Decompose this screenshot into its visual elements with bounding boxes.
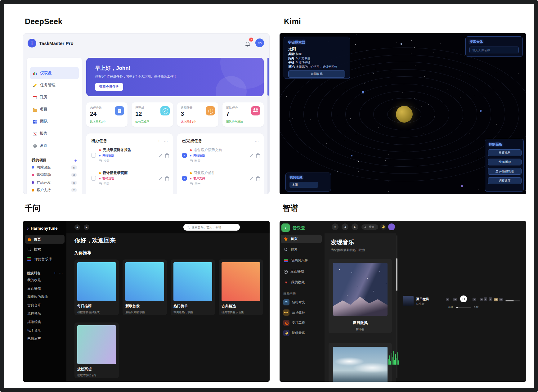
search-icon bbox=[364, 226, 366, 228]
task-checkbox[interactable] bbox=[91, 153, 96, 158]
playlist-item[interactable]: 运动健身 bbox=[281, 309, 322, 317]
add-playlist-button[interactable]: + bbox=[54, 271, 56, 275]
unfavorite-button[interactable]: 取消收藏 bbox=[288, 70, 345, 78]
song-card[interactable] bbox=[329, 343, 392, 382]
adjust-speed-button[interactable]: 调整速度 bbox=[488, 177, 522, 184]
playlist-card[interactable]: 热门榜单 本周最热门歌曲 bbox=[171, 259, 215, 315]
pause-play-button[interactable]: 暂停/播放 bbox=[488, 159, 522, 165]
next-track-button[interactable] bbox=[473, 298, 476, 301]
greeting-title: 早上好，John! bbox=[95, 65, 255, 72]
playlist-card[interactable]: 每日推荐 根据你的喜好生成 bbox=[74, 259, 119, 315]
sidebar-item-library[interactable]: 我的音乐库 bbox=[281, 256, 322, 265]
sidebar-item-search[interactable]: 搜索 bbox=[281, 246, 322, 254]
header-search-button[interactable]: 搜索 bbox=[361, 224, 378, 230]
project-item[interactable]: 客户支持 2 bbox=[27, 187, 82, 194]
trash-icon[interactable] bbox=[165, 155, 168, 158]
theme-toggle-button[interactable] bbox=[380, 224, 386, 230]
project-item[interactable]: 网站改版 5 bbox=[27, 164, 82, 171]
scrollbar-thumb[interactable] bbox=[396, 258, 397, 291]
repeat-button[interactable] bbox=[480, 298, 483, 301]
body-search-input[interactable] bbox=[469, 47, 519, 53]
sidebar-item-reports[interactable]: 报告 bbox=[27, 128, 82, 140]
task-checkbox-checked[interactable] bbox=[182, 176, 187, 181]
lyrics-button[interactable] bbox=[484, 297, 487, 301]
project-item[interactable]: 营销活动 3 bbox=[27, 171, 82, 179]
previous-track-button[interactable] bbox=[453, 298, 457, 301]
task-checkbox[interactable] bbox=[91, 176, 96, 181]
sun-object[interactable] bbox=[396, 106, 413, 123]
sidebar-item-search[interactable]: 搜索 bbox=[25, 245, 65, 254]
trash-icon[interactable] bbox=[165, 178, 168, 181]
more-menu-button[interactable]: ⋯ bbox=[164, 139, 168, 143]
task-checkbox-checked[interactable] bbox=[182, 153, 187, 158]
audio-quality-button[interactable] bbox=[494, 298, 498, 301]
progress-bar[interactable] bbox=[456, 307, 471, 308]
playlist-card[interactable]: 新歌首发 最新发布的歌曲 bbox=[123, 259, 167, 315]
back-button[interactable]: ◀ bbox=[342, 223, 348, 230]
view-today-tasks-button[interactable]: 查看今日任务 bbox=[95, 83, 123, 91]
playlist-item[interactable]: 我的收藏 bbox=[23, 276, 66, 284]
back-button[interactable]: ◀ bbox=[74, 224, 80, 230]
app-title: 音乐云 bbox=[293, 225, 305, 231]
sidebar-item-favorites[interactable]: ♥ 我的收藏 bbox=[281, 278, 322, 286]
playlist-card[interactable]: 古典精选 经典古典音乐合集 bbox=[219, 259, 263, 315]
planet-dot[interactable] bbox=[461, 185, 463, 187]
playlist-item[interactable]: 电子音乐 bbox=[23, 326, 66, 335]
favorite-item[interactable]: 太阳 bbox=[289, 182, 318, 188]
sidebar-item-tasks[interactable]: 任务管理 bbox=[27, 79, 82, 91]
play-pause-button[interactable] bbox=[460, 295, 467, 302]
forward-button[interactable]: ▶ bbox=[352, 223, 358, 230]
volume-slider[interactable] bbox=[505, 300, 520, 301]
sidebar-item-recent[interactable]: 最近播放 bbox=[281, 267, 322, 276]
sidebar-item-home[interactable]: 首页 bbox=[281, 235, 322, 243]
avatar[interactable]: JD bbox=[255, 38, 264, 47]
forward-button[interactable]: ▶ bbox=[84, 224, 89, 230]
search-input[interactable] bbox=[192, 226, 237, 229]
sidebar-item-library[interactable]: 你的音乐库 bbox=[25, 255, 65, 264]
app-logo: T bbox=[28, 39, 36, 47]
task-checkbox[interactable] bbox=[91, 194, 96, 194]
sidebar-item-projects[interactable]: 项目 bbox=[27, 103, 82, 115]
song-card[interactable]: 夏日微风 林小音 bbox=[329, 259, 392, 333]
playlist-item[interactable]: 摇滚经典 bbox=[23, 318, 66, 326]
add-project-button[interactable]: + bbox=[74, 158, 77, 163]
sidebar-item-team[interactable]: 团队 bbox=[27, 115, 82, 128]
playlist-item[interactable]: 电影原声 bbox=[23, 335, 66, 343]
volume-button[interactable] bbox=[499, 298, 503, 301]
edit-icon[interactable] bbox=[249, 177, 253, 180]
planet-dot[interactable] bbox=[401, 43, 402, 45]
edit-icon[interactable] bbox=[249, 154, 253, 157]
playlist-item[interactable]: 古典音乐 bbox=[23, 301, 66, 309]
planet-dot[interactable] bbox=[351, 155, 352, 156]
edit-icon[interactable] bbox=[159, 154, 162, 157]
discover-column: 发现音乐 为您推荐最新的热门歌曲 夏日微风 林小音 bbox=[325, 233, 396, 382]
project-item[interactable]: 产品开发 8 bbox=[27, 179, 82, 187]
playlist-more-button[interactable]: ⋯ bbox=[59, 271, 63, 275]
scrollbar-thumb[interactable] bbox=[267, 58, 269, 96]
edit-icon[interactable] bbox=[159, 177, 162, 180]
playlist-card[interactable]: 放松冥想 助眠与放松音乐 bbox=[74, 322, 119, 378]
reset-view-button[interactable]: 重置视角 bbox=[488, 149, 522, 156]
menu-button[interactable]: ≡ bbox=[332, 223, 338, 230]
queue-button[interactable] bbox=[489, 297, 492, 301]
sidebar-item-dashboard[interactable]: 仪表盘 bbox=[30, 67, 79, 79]
playlist-item[interactable]: 专注工作 bbox=[281, 319, 322, 327]
trash-icon[interactable] bbox=[256, 155, 259, 158]
avatar[interactable] bbox=[388, 223, 395, 230]
sidebar-item-calendar[interactable]: 日历 bbox=[27, 91, 82, 103]
playlist-item[interactable]: 流行音乐 bbox=[23, 309, 66, 318]
more-menu-button[interactable]: ⋯ bbox=[255, 139, 259, 143]
trash-icon[interactable] bbox=[256, 178, 259, 181]
sidebar-item-home[interactable]: 首页 bbox=[25, 235, 65, 244]
playlist-item[interactable]: 我喜欢的歌曲 bbox=[23, 293, 66, 301]
add-task-button[interactable]: + bbox=[158, 139, 160, 143]
shuffle-button[interactable] bbox=[446, 298, 449, 301]
playlist-item[interactable]: 最近播放 bbox=[23, 284, 66, 293]
playlist-item[interactable]: 助眠音乐 bbox=[281, 329, 322, 337]
playlist-item[interactable]: 轻松时光 bbox=[281, 298, 322, 306]
planet-dot[interactable] bbox=[480, 110, 482, 112]
toggle-orbits-button[interactable]: 显示/隐藏轨道 bbox=[488, 168, 522, 175]
bell-icon bbox=[246, 42, 249, 45]
sidebar-item-settings[interactable]: 设置 bbox=[27, 140, 82, 152]
planet-dot[interactable] bbox=[362, 91, 364, 93]
